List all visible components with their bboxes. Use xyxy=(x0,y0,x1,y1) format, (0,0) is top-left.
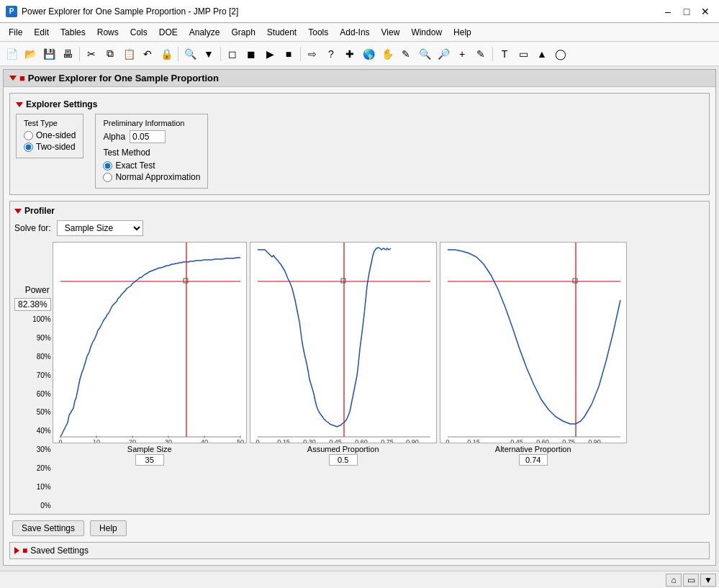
lock-button[interactable]: 🔒 xyxy=(158,45,175,63)
power-label-group: Power xyxy=(25,285,51,295)
menu-view[interactable]: View xyxy=(376,26,406,39)
menu-tools[interactable]: Tools xyxy=(302,26,334,39)
cut-button[interactable]: ✂ xyxy=(83,45,100,63)
menu-doe[interactable]: DOE xyxy=(153,26,184,39)
zoom-out-button[interactable]: 🔎 xyxy=(435,45,452,63)
copy-button[interactable]: ⧉ xyxy=(101,45,119,63)
menu-rows[interactable]: Rows xyxy=(91,26,125,39)
help-button[interactable]: Help xyxy=(90,520,127,536)
tool4-button[interactable]: ■ xyxy=(280,45,297,63)
y-90: 90% xyxy=(37,334,51,342)
tool1-button[interactable]: ◻ xyxy=(224,45,241,63)
charts-area: Power 82.38% 100% 90% 80% 70% 60% 50% 40… xyxy=(14,242,705,510)
search-button[interactable]: 🔍 xyxy=(181,45,199,63)
chart-svg-assumed[interactable]: 0 0.15 0.30 0.45 0.60 0.75 0.90 xyxy=(250,242,437,443)
preliminary-label: Preliminary Information xyxy=(103,119,200,127)
chart2-value[interactable] xyxy=(329,454,358,466)
menu-cols[interactable]: Cols xyxy=(125,26,153,39)
pan-button[interactable]: ✋ xyxy=(379,45,396,63)
solve-for-select[interactable]: Sample Size Power Alpha xyxy=(57,220,143,236)
help-tool-button[interactable]: ? xyxy=(322,45,340,63)
save-settings-button[interactable]: Save Settings xyxy=(12,520,84,536)
menu-file[interactable]: File xyxy=(3,26,28,39)
svg-rect-2 xyxy=(184,279,188,283)
title-bar: P Power Explorer for One Sample Proporti… xyxy=(0,0,719,23)
chart-svg-sample-size[interactable]: 0 10 20 30 40 50 xyxy=(53,242,247,443)
explorer-toggle[interactable] xyxy=(16,102,23,107)
menu-window[interactable]: Window xyxy=(405,26,448,39)
arrow-button[interactable]: ⇨ xyxy=(304,45,321,63)
svg-text:50: 50 xyxy=(237,438,244,443)
two-sided-radio[interactable] xyxy=(24,143,33,152)
svg-text:0.45: 0.45 xyxy=(510,438,523,443)
explorer-settings-title: Explorer Settings xyxy=(16,99,703,109)
chart2-xlabel: Assumed Proportion xyxy=(307,445,379,453)
settings-row: Test Type One-sided Two-sided Preliminar… xyxy=(16,114,703,189)
undo-button[interactable]: ↶ xyxy=(139,45,156,63)
y-10: 10% xyxy=(37,483,51,491)
new-button[interactable]: 📄 xyxy=(3,45,20,63)
chart1-value[interactable] xyxy=(135,454,164,466)
dropdown-button[interactable]: ▼ xyxy=(200,45,217,63)
close-button[interactable]: ✕ xyxy=(697,4,713,19)
shape2-button[interactable]: ▲ xyxy=(533,45,551,63)
toolbar-sep-3 xyxy=(220,47,221,61)
saved-settings-toggle[interactable] xyxy=(14,547,19,554)
y-20: 20% xyxy=(37,464,51,472)
minimize-button[interactable]: – xyxy=(660,4,676,19)
test-type-group: Test Type One-sided Two-sided xyxy=(16,114,83,158)
crosshair-button[interactable]: ✚ xyxy=(341,45,358,63)
pencil-button[interactable]: ✎ xyxy=(472,45,489,63)
toolbar-sep-4 xyxy=(300,47,301,61)
chart3-xlabel: Alternative Proportion xyxy=(495,445,571,453)
open-button[interactable]: 📂 xyxy=(22,45,39,63)
tool2-button[interactable]: ◼ xyxy=(243,45,260,63)
tool3-button[interactable]: ▶ xyxy=(261,45,279,63)
y-100: 100% xyxy=(32,315,51,323)
profiler-toggle[interactable] xyxy=(14,209,22,214)
menu-help[interactable]: Help xyxy=(448,26,477,39)
chart3-value[interactable] xyxy=(519,454,548,466)
window-controls: – □ ✕ xyxy=(660,4,713,19)
menu-student[interactable]: Student xyxy=(261,26,302,39)
exact-test-radio[interactable] xyxy=(103,161,112,171)
menu-analyze[interactable]: Analyze xyxy=(184,26,226,39)
status-home-button[interactable]: ⌂ xyxy=(666,574,682,587)
brush-button[interactable]: ✎ xyxy=(397,45,415,63)
main-panel: ■ Power Explorer for One Sample Proporti… xyxy=(3,69,716,566)
power-value-box[interactable]: 82.38% xyxy=(14,298,51,311)
svg-rect-29 xyxy=(573,279,577,283)
plus-button[interactable]: + xyxy=(453,45,471,63)
menu-bar: File Edit Tables Rows Cols DOE Analyze G… xyxy=(0,23,719,42)
y-50: 50% xyxy=(37,408,51,416)
power-y-area: Power 82.38% 100% 90% 80% 70% 60% 50% 40… xyxy=(14,242,51,510)
one-sided-label: One-sided xyxy=(36,130,76,140)
menu-tables[interactable]: Tables xyxy=(55,26,91,39)
menu-graph[interactable]: Graph xyxy=(225,26,261,39)
chart-svg-alternative[interactable]: 0 0.15 0.45 0.60 0.75 0.90 xyxy=(440,242,627,443)
exact-test-label: Exact Test xyxy=(115,160,155,171)
svg-text:30: 30 xyxy=(165,438,172,443)
y-30: 30% xyxy=(37,445,51,453)
normal-approx-radio[interactable] xyxy=(103,173,112,182)
text-button[interactable]: T xyxy=(496,45,513,63)
preliminary-group: Preliminary Information Alpha Test Metho… xyxy=(95,114,208,189)
menu-addins[interactable]: Add-Ins xyxy=(334,26,375,39)
save-button[interactable]: 💾 xyxy=(40,45,58,63)
y-axis-labels: 100% 90% 80% 70% 60% 50% 40% 30% 20% 10%… xyxy=(32,315,51,510)
one-sided-radio[interactable] xyxy=(24,131,33,140)
menu-edit[interactable]: Edit xyxy=(28,26,55,39)
solve-for-row: Solve for: Sample Size Power Alpha xyxy=(14,220,705,236)
globe-button[interactable]: 🌎 xyxy=(360,45,377,63)
alpha-input[interactable] xyxy=(130,130,166,143)
status-window-button[interactable]: ▭ xyxy=(683,574,699,587)
ellipse-button[interactable]: ◯ xyxy=(552,45,569,63)
maximize-button[interactable]: □ xyxy=(679,4,695,19)
zoom-in-button[interactable]: 🔍 xyxy=(416,45,433,63)
print-button[interactable]: 🖶 xyxy=(59,45,76,63)
status-dropdown-button[interactable]: ▼ xyxy=(700,574,716,587)
shape1-button[interactable]: ▭ xyxy=(515,45,532,63)
paste-button[interactable]: 📋 xyxy=(120,45,137,63)
panel-indicator: ■ xyxy=(19,73,25,83)
main-panel-toggle[interactable] xyxy=(9,76,17,81)
